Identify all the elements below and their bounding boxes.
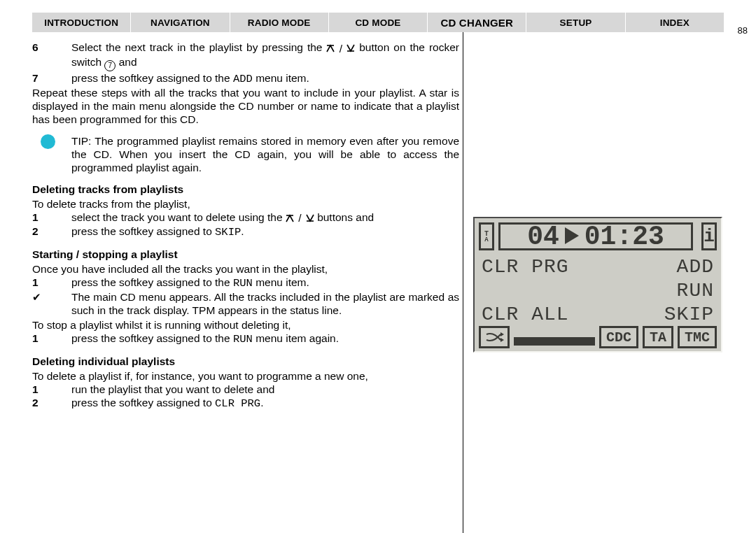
lcd-skip: SKIP: [664, 304, 714, 325]
nav-introduction[interactable]: Introduction: [32, 13, 131, 32]
delete-step-1-text: select the track you want to delete usin…: [71, 211, 459, 225]
nav-cd-mode[interactable]: Cd Mode: [329, 13, 428, 32]
tip-dot-icon: [41, 134, 55, 149]
lcd-shuffle-box: [479, 326, 510, 348]
nav-cd-changer[interactable]: Cd Changer: [428, 13, 526, 32]
tip-text: TIP: The programmed playlist remains sto…: [71, 134, 459, 174]
stop-intro: To stop a playlist whilst it is running …: [32, 318, 459, 332]
tip-bullet: [32, 134, 71, 174]
subhead-delete-playlists: Deleting individual playlists: [32, 355, 459, 368]
delete-step-1-num: 1: [32, 211, 71, 225]
delpl2-b: .: [260, 397, 263, 408]
stop1-a: press the softkey assigned to the: [71, 332, 233, 344]
circled-7-icon: 7: [104, 60, 115, 71]
page-number: 88: [738, 25, 748, 36]
clr-prg-label: CLR PRG: [215, 397, 260, 410]
step-6-part-c: and: [119, 56, 137, 68]
delete-step-2-num: 2: [32, 225, 71, 239]
subhead-delete-tracks: Deleting tracks from playlists: [32, 183, 459, 196]
del1-b: buttons and: [317, 211, 374, 223]
content-column: 6 Select the next track in the playlist …: [32, 41, 459, 411]
stop-step-1-text: press the softkey assigned to the RUN me…: [71, 332, 459, 346]
repeat-paragraph: Repeat these steps with all the tracks t…: [32, 86, 459, 126]
step-7-part-a: press the softkey assigned to the: [71, 72, 233, 84]
step-7-number: 7: [32, 71, 71, 86]
step-7-part-b: menu item.: [253, 72, 309, 84]
ss1-a: press the softkey assigned to the: [71, 276, 233, 288]
lcd-cdc-box: CDC: [599, 326, 638, 348]
skip-label: SKIP: [215, 226, 241, 239]
run-label-2: RUN: [233, 333, 253, 346]
lcd-display: TA 04 01:23 i CLR PRG ADD RUN CLR ALL SK…: [473, 217, 722, 353]
lcd-run: RUN: [677, 280, 714, 301]
del2-b: .: [241, 225, 244, 237]
nav-radio-mode[interactable]: Radio Mode: [230, 13, 329, 32]
nav-index[interactable]: Index: [626, 13, 724, 32]
subhead-startstop: Starting / stopping a playlist: [32, 248, 459, 261]
delpl-intro: To delete a playlist if, for instance, y…: [32, 369, 459, 383]
lcd-progress-bar: [514, 337, 595, 346]
lcd-clr-all: CLR ALL: [482, 304, 569, 325]
svg-marker-6: [500, 338, 504, 342]
delpl-step-2-text: press the softkey assigned to CLR PRG.: [71, 396, 459, 411]
column-separator: [463, 32, 463, 533]
step-7-text: press the softkey assigned to the ADD me…: [71, 71, 459, 86]
stop1-b: menu item again.: [253, 332, 339, 344]
del2-a: press the softkey assigned to: [71, 225, 215, 237]
delpl-step-1-num: 1: [32, 383, 71, 396]
svg-marker-4: [565, 227, 579, 244]
delete-step-2-text: press the softkey assigned to SKIP.: [71, 225, 459, 239]
stop-step-1-num: 1: [32, 332, 71, 346]
delpl-step-2-num: 2: [32, 396, 71, 411]
checkmark-icon: ✔: [32, 290, 71, 317]
startstop-intro: Once you have included all the tracks yo…: [32, 262, 459, 276]
lcd-add: ADD: [677, 256, 714, 278]
add-label: ADD: [233, 73, 253, 85]
play-icon: [564, 222, 580, 252]
delpl2-a: press the softkey assigned to: [71, 397, 215, 408]
nav-setup[interactable]: Setup: [526, 13, 625, 32]
step-6-text: Select the next track in the playlist by…: [71, 41, 459, 71]
lcd-ta-box: TA: [643, 326, 673, 348]
lcd-track-time-box: 04 01:23: [498, 222, 693, 250]
nav-navigation[interactable]: Navigation: [131, 13, 230, 32]
run-label: RUN: [233, 277, 253, 290]
ss1-b: menu item.: [253, 276, 309, 288]
step-6-number: 6: [32, 41, 71, 71]
delete-intro: To delete tracks from the playlist,: [32, 197, 459, 211]
lcd-time: 01:23: [584, 222, 664, 252]
ss-step-1-text: press the softkey assigned to the RUN me…: [71, 276, 459, 290]
lcd-track-number: 04: [527, 222, 559, 252]
lcd-info-box: i: [701, 222, 717, 250]
top-nav: Introduction Navigation Radio Mode Cd Mo…: [32, 13, 724, 32]
rocker-up-down-icon: /: [326, 42, 355, 55]
rocker-up-down-icon: /: [286, 211, 314, 225]
ss-step-1-num: 1: [32, 276, 71, 290]
step-6-part-a: Select the next track in the playlist by…: [71, 41, 326, 53]
lcd-ta-small-box: TA: [479, 222, 494, 250]
check-text: The main CD menu appears. All the tracks…: [71, 290, 459, 317]
del1-a: select the track you want to delete usin…: [71, 211, 286, 223]
lcd-tmc-box: TMC: [678, 326, 717, 348]
lcd-clr-prg: CLR PRG: [482, 256, 569, 278]
delpl-step-1-text: run the playlist that you want to delete…: [71, 383, 459, 396]
svg-marker-5: [500, 332, 504, 336]
